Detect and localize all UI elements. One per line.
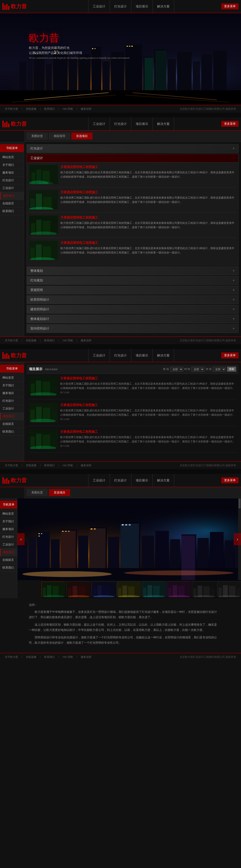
sidebar-item-lighting[interactable]: 灯光设计 (0, 177, 24, 184)
nav3-item-3[interactable]: 项目展示 (131, 349, 153, 362)
gallery-thumb-2[interactable] (66, 581, 90, 597)
footer4-link-browse[interactable]: 浏览器兼 (26, 655, 36, 659)
sidebar-item-industrial[interactable]: 工业设计 (0, 184, 24, 192)
footer-link-service[interactable]: 服务说明 (81, 107, 91, 111)
footer2-link-about[interactable]: 关于欧力昔 (5, 339, 18, 342)
sidebar3-lighting[interactable]: 灯光设计 (0, 397, 24, 405)
tab-pretty-pictures[interactable]: 美图欣赏 (27, 133, 48, 140)
nav-item-industrial[interactable]: 工业设计 (88, 0, 110, 13)
gallery-thumb-6[interactable] (167, 581, 191, 597)
nav2-item-4[interactable]: 解决方案 (153, 117, 174, 130)
sidebar4-contact[interactable]: 联系我们 (0, 564, 17, 572)
search-button[interactable]: 搜索 (227, 367, 236, 372)
nav3-item-1[interactable]: 工业设计 (88, 349, 110, 362)
sidebar4-guestbook[interactable]: 在线留言 (0, 556, 17, 564)
sidebar-item-guestbook[interactable]: 在线留言 (0, 200, 24, 208)
nav-item-solutions[interactable]: 解决方案 (153, 0, 174, 13)
footer-link-fru[interactable]: FRU导航 (63, 107, 73, 111)
sidebar4-industrial[interactable]: 工业设计 (0, 541, 17, 549)
sidebar4-projects[interactable]: 项目展示 (0, 549, 17, 556)
program-filter-bar: 项目展示 PROGRAM 类 别 全部 时 间 全部 浏 览 全部 搜索 (27, 365, 239, 374)
nav4-item-3[interactable]: 项目展示 (131, 474, 153, 487)
more-menu-button[interactable]: 更多菜单 (221, 3, 239, 9)
sidebar-item-about[interactable]: 关于我们 (0, 161, 24, 169)
gallery-thumb-5[interactable] (142, 581, 166, 597)
gallery-tab-1[interactable]: 美图欣赏 (27, 489, 48, 496)
sidebar4-about[interactable]: 关于我们 (0, 518, 17, 525)
nav4-item-2[interactable]: 灯光设计 (110, 474, 131, 487)
sidebar3-guestbook[interactable]: 在线留言 (0, 420, 24, 428)
gallery-thumb-8[interactable] (217, 581, 241, 597)
accordion-header-indoor[interactable]: 室内照明设计 + (27, 324, 239, 333)
footer4-link-service[interactable]: 服务说明 (81, 655, 91, 659)
gallery-prev-button[interactable]: ‹ (17, 533, 25, 545)
footer-link-browse[interactable]: 浏览器兼 (26, 107, 36, 111)
footer3-link-browse[interactable]: 浏览器兼 (26, 464, 36, 467)
accordion-header-architectural[interactable]: 建筑照明设计 + (27, 305, 239, 314)
thumb-image-4-icon (117, 582, 141, 597)
sidebar-item-projects[interactable]: 项目展示 (0, 192, 24, 200)
footer2-link-browse[interactable]: 浏览器兼 (26, 339, 36, 342)
accordion-header-lighting[interactable]: 灯光设计 + (27, 144, 239, 153)
accordion-header-overall-design[interactable]: 整体规划设计 + (27, 315, 239, 323)
footer3-link-service[interactable]: 服务说明 (81, 464, 91, 467)
gallery-thumb-3[interactable] (91, 581, 116, 597)
gallery-thumb-7[interactable] (192, 581, 216, 597)
project-card-1: 天香酒店照明电工程照施工 欧力昔优秀工程施工团队进行此次天香酒店照明工程的照施工… (29, 165, 236, 187)
nav2-item-1[interactable]: 工业设计 (88, 117, 110, 130)
nav-item-lighting[interactable]: 灯光设计 (110, 0, 131, 13)
sidebar-item-contact[interactable]: 联系我们 (0, 208, 24, 215)
section4-body: 导航菜单 网站首页 关于我们 服务项目 灯光设计 工业设计 项目展示 在线留言 … (0, 498, 241, 598)
logo-3: 欧力昔 (2, 352, 41, 359)
footer-link-about[interactable]: 关于欧力昔 (5, 107, 18, 111)
accordion-header-landscape[interactable]: 景观照明 + (27, 286, 239, 294)
tab-projects[interactable]: 首选项目 (71, 133, 92, 140)
sidebar3-industrial[interactable]: 工业设计 (0, 405, 24, 412)
sidebar3-services[interactable]: 服务项目 (0, 390, 24, 397)
accordion-header-industrial[interactable]: 工业设计 − (27, 154, 239, 162)
sidebar3-about[interactable]: 关于我们 (0, 382, 24, 390)
footer2-link-service[interactable]: 服务说明 (81, 339, 91, 342)
sidebar3-projects[interactable]: 项目展示 (0, 412, 24, 420)
nav-item-projects[interactable]: 项目展示 (131, 0, 153, 13)
footer3-link-contact[interactable]: 联系我们 (44, 464, 55, 467)
nav3-item-4[interactable]: 解决方案 (153, 349, 174, 362)
project-info-3: 天香酒店照明电工程照施工 欧力昔优秀工程施工团队进行此次天香酒店照明工程的照施工… (60, 215, 236, 235)
sidebar4-lighting[interactable]: 灯光设计 (0, 533, 17, 541)
footer-link-contact[interactable]: 联系我们 (44, 107, 55, 111)
filter-view-select[interactable]: 全部 (213, 367, 226, 372)
nav3-item-2[interactable]: 灯光设计 (110, 349, 131, 362)
accordion-header-soft-landscape[interactable]: 软景照明设计 + (27, 296, 239, 304)
sidebar-item-home[interactable]: 网站首页 (0, 154, 24, 161)
gallery-thumb-1[interactable] (42, 581, 65, 597)
footer4-link-contact[interactable]: 联系我们 (44, 655, 55, 659)
gallery-next-button[interactable]: › (234, 533, 241, 545)
sidebar3-home[interactable]: 网站首页 (0, 374, 24, 382)
footer2-link-contact[interactable]: 联系我们 (44, 339, 55, 342)
footer2-link-fru[interactable]: FRU导航 (63, 339, 73, 342)
nav4-item-4[interactable]: 解决方案 (153, 474, 174, 487)
filter-time-select[interactable]: 全部 (191, 367, 204, 372)
more-menu-button-3[interactable]: 更多菜单 (221, 352, 239, 359)
sidebar-item-services[interactable]: 服务项目 (0, 169, 24, 177)
nav2-item-3[interactable]: 项目展示 (131, 117, 153, 130)
gallery-thumb-4[interactable] (117, 581, 141, 597)
tab-guidance[interactable]: 相应指导 (49, 133, 70, 140)
accordion-header-light-planning[interactable]: 灯光规划 + (27, 276, 239, 285)
logo-bars-icon (2, 3, 9, 10)
nav4-item-1[interactable]: 工业设计 (88, 474, 110, 487)
footer3-link-fru[interactable]: FRU导航 (63, 464, 73, 467)
sidebar4-services[interactable]: 服务项目 (0, 525, 17, 533)
gallery-tab-2[interactable]: 首选项目 (49, 489, 70, 496)
footer-bar-2: 关于欧力昔 | 浏览器兼 | 联系我们 | FRU导航 | 服务说明 北京欧力昔… (0, 336, 241, 344)
more-menu-button-4[interactable]: 更多菜单 (221, 477, 239, 483)
filter-type-select[interactable]: 全部 (170, 367, 183, 372)
accordion-header-planning[interactable]: 整体规划 + (27, 267, 239, 275)
nav2-item-2[interactable]: 灯光设计 (110, 117, 131, 130)
sidebar3-contact[interactable]: 联系我们 (0, 428, 24, 436)
footer3-link-about[interactable]: 关于欧力昔 (5, 464, 18, 467)
sidebar4-home[interactable]: 网站首页 (0, 510, 17, 518)
footer4-link-fru[interactable]: FRU导航 (63, 655, 73, 659)
footer4-link-about[interactable]: 关于欧力昔 (5, 655, 18, 659)
more-menu-button-2[interactable]: 更多菜单 (221, 121, 239, 127)
